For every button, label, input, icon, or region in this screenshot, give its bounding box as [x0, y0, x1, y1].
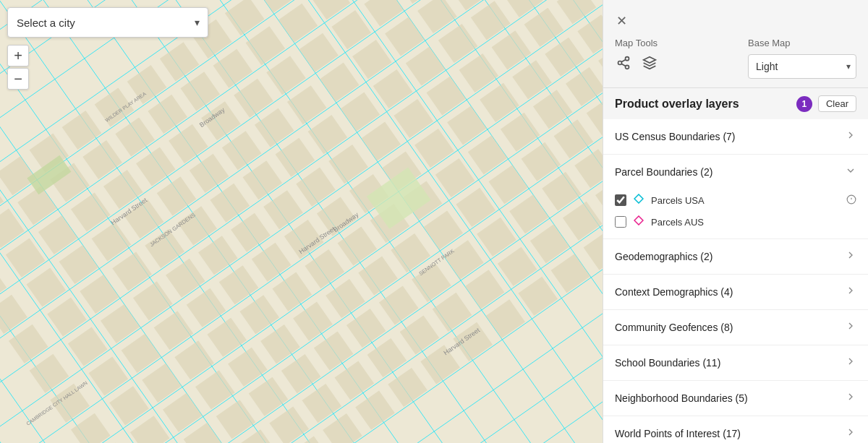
layers-list: US Census Boundaries (7)Parcel Boundarie… [603, 119, 868, 443]
layer-chevron-neighborhood [845, 391, 856, 405]
overlay-title: Product overlay layers [615, 98, 739, 111]
sublayer-icon-parcels-usa [634, 194, 644, 207]
layer-chevron-parcel [845, 165, 856, 179]
layer-row-us-census[interactable]: US Census Boundaries (7) [603, 119, 868, 154]
layer-item-school: School Boundaries (11) [603, 345, 868, 381]
layer-chevron-geodemo [845, 249, 856, 264]
svg-line-287 [621, 59, 626, 61]
basemap-section: Base Map LightDarkStreetsSatellite ▾ [748, 38, 856, 79]
layer-row-geodemo[interactable]: Geodemographics (2) [603, 239, 868, 274]
sublayer-checkbox-parcels-aus[interactable] [615, 216, 626, 228]
layer-row-context-demo[interactable]: Context Demographics (4) [603, 275, 868, 309]
layer-item-us-census: US Census Boundaries (7) [603, 119, 868, 155]
info-button-parcels-usa[interactable] [846, 194, 856, 207]
layer-name-neighborhood: Neighborhood Boundaries (5) [615, 392, 748, 404]
tools-row: Map Tools [615, 38, 856, 79]
layer-chevron-school [845, 356, 856, 370]
layer-name-geodemo: Geodemographics (2) [615, 251, 712, 262]
zoom-out-button[interactable]: − [7, 68, 29, 90]
zoom-controls: + − [7, 45, 29, 90]
layer-chevron-community [845, 320, 856, 335]
city-select-wrapper: Select a cityBoston, MANew York, NYChica… [7, 7, 208, 38]
basemap-select-wrapper: LightDarkStreetsSatellite ▾ [748, 54, 856, 79]
svg-point-283 [626, 57, 629, 61]
layer-name-community: Community Geofences (8) [615, 322, 733, 333]
layer-name-context-demo: Context Demographics (4) [615, 286, 733, 298]
layer-chevron-world-poi [845, 426, 856, 441]
svg-marker-288 [644, 57, 656, 63]
layer-chevron-context-demo [845, 285, 856, 299]
svg-point-284 [618, 61, 622, 65]
panel-header: ✕ Map Tools [603, 0, 868, 87]
layer-item-neighborhood: Neighborhood Boundaries (5) [603, 381, 868, 416]
layer-count-badge: 1 [796, 96, 812, 112]
right-panel: ✕ Map Tools [603, 0, 868, 443]
layer-row-school[interactable]: School Boundaries (11) [603, 345, 868, 380]
sublayer-name-parcels-aus: Parcels AUS [651, 217, 856, 228]
layer-chevron-us-census [845, 129, 856, 144]
svg-marker-293 [634, 216, 643, 225]
basemap-label: Base Map [748, 38, 856, 48]
overlay-controls: 1 Clear [796, 95, 856, 112]
layer-item-community: Community Geofences (8) [603, 310, 868, 345]
map-tools-label: Map Tools [615, 38, 658, 48]
overlay-header: Product overlay layers 1 Clear [603, 87, 868, 119]
close-button[interactable]: ✕ [615, 12, 629, 30]
layer-row-parcel[interactable]: Parcel Boundaries (2) [603, 155, 868, 189]
city-select[interactable]: Select a cityBoston, MANew York, NYChica… [7, 7, 208, 38]
sublayer-icon-parcels-aus [634, 215, 644, 228]
layer-item-world-poi: World Points of Interest (17) [603, 416, 868, 443]
close-row: ✕ [615, 12, 856, 30]
layers-button[interactable] [641, 54, 658, 75]
layer-name-school: School Boundaries (11) [615, 357, 720, 369]
svg-marker-289 [634, 194, 643, 203]
layer-name-parcel: Parcel Boundaries (2) [615, 166, 712, 178]
layer-item-geodemo: Geodemographics (2) [603, 239, 868, 275]
basemap-select[interactable]: LightDarkStreetsSatellite [748, 54, 856, 79]
layer-item-context-demo: Context Demographics (4) [603, 275, 868, 310]
share-button[interactable] [615, 54, 632, 75]
sublayer-row-parcels-usa: Parcels USA [615, 189, 856, 211]
sublayer-name-parcels-usa: Parcels USA [651, 195, 839, 206]
layer-row-world-poi[interactable]: World Points of Interest (17) [603, 416, 868, 443]
svg-line-286 [621, 64, 626, 66]
layer-name-us-census: US Census Boundaries (7) [615, 131, 736, 142]
sublayer-section: Parcels USAParcels AUS [603, 189, 868, 238]
layer-item-parcel: Parcel Boundaries (2)Parcels USAParcels … [603, 155, 868, 239]
sublayer-checkbox-parcels-usa[interactable] [615, 194, 626, 206]
clear-button[interactable]: Clear [818, 95, 856, 112]
sublayer-row-parcels-aus: Parcels AUS [615, 211, 856, 233]
layer-row-neighborhood[interactable]: Neighborhood Boundaries (5) [603, 381, 868, 416]
layer-name-world-poi: World Points of Interest (17) [615, 428, 741, 439]
tool-icons [615, 54, 658, 75]
map-area[interactable]: Broadway Broadway Harvard Street Harvard… [0, 0, 603, 443]
map-tools-section: Map Tools [615, 38, 658, 75]
svg-point-285 [626, 65, 629, 69]
layer-row-community[interactable]: Community Geofences (8) [603, 310, 868, 345]
zoom-in-button[interactable]: + [7, 45, 29, 66]
